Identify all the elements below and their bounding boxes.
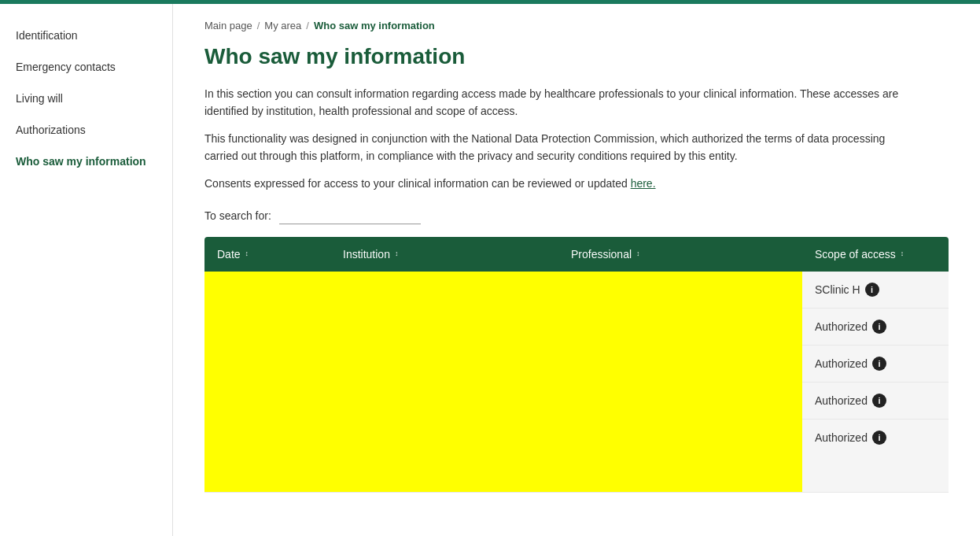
scope-info-icon-2[interactable]: i xyxy=(872,357,886,371)
date-block xyxy=(204,272,330,492)
institution-block xyxy=(330,272,558,492)
main-content: Main page / My area / Who saw my informa… xyxy=(173,4,980,536)
sidebar-item-emergency-contacts[interactable]: Emergency contacts xyxy=(0,51,172,83)
breadcrumb-sep-2: / xyxy=(306,20,309,31)
search-row: To search for: xyxy=(204,208,949,224)
professional-cell xyxy=(558,272,802,492)
scope-row-4: Authorized i xyxy=(802,420,949,456)
page-title: Who saw my information xyxy=(204,44,949,69)
description-3: Consents expressed for access to your cl… xyxy=(204,175,912,192)
breadcrumb: Main page / My area / Who saw my informa… xyxy=(204,20,949,31)
description-1: In this section you can consult informat… xyxy=(204,85,912,120)
scope-info-icon-4[interactable]: i xyxy=(872,431,886,445)
scope-row-3: Authorized i xyxy=(802,383,949,420)
scope-cell: SClinic H i Authorized i Authorized i Au… xyxy=(802,272,949,492)
scope-label-2: Authorized xyxy=(815,357,868,370)
sidebar-item-who-saw[interactable]: Who saw my information xyxy=(0,146,172,177)
scope-info-icon-1[interactable]: i xyxy=(872,320,886,334)
sort-date-icon: ↕ xyxy=(245,250,249,257)
layout: Identification Emergency contacts Living… xyxy=(0,4,980,536)
date-cell xyxy=(204,272,330,492)
search-input[interactable] xyxy=(279,208,421,224)
sort-institution-icon: ↕ xyxy=(395,250,399,257)
header-date[interactable]: Date ↕ xyxy=(204,237,330,272)
sidebar-item-identification[interactable]: Identification xyxy=(0,20,172,51)
sort-professional-icon: ↕ xyxy=(636,250,640,257)
scope-label-3: Authorized xyxy=(815,394,868,407)
sort-scope-icon: ↕ xyxy=(901,250,904,257)
scope-label-4: Authorized xyxy=(815,431,868,444)
data-table: Date ↕ Institution ↕ Professional ↕ Scop… xyxy=(204,237,949,493)
scope-label-0: SClinic H xyxy=(815,283,860,296)
table-header: Date ↕ Institution ↕ Professional ↕ Scop… xyxy=(204,237,949,272)
header-professional[interactable]: Professional ↕ xyxy=(558,237,802,272)
institution-cell xyxy=(330,272,558,492)
scope-label-1: Authorized xyxy=(815,320,868,333)
description-2: This functionality was designed in conju… xyxy=(204,130,912,165)
sidebar-item-authorizations[interactable]: Authorizations xyxy=(0,114,172,146)
sidebar-item-living-will[interactable]: Living will xyxy=(0,83,172,114)
scope-info-icon-3[interactable]: i xyxy=(872,394,886,408)
search-label: To search for: xyxy=(204,209,271,222)
header-scope[interactable]: Scope of access ↕ xyxy=(802,237,949,272)
here-link[interactable]: here. xyxy=(631,177,656,190)
breadcrumb-current: Who saw my information xyxy=(314,20,435,31)
professional-block xyxy=(558,272,802,492)
header-institution[interactable]: Institution ↕ xyxy=(330,237,558,272)
breadcrumb-sep-1: / xyxy=(257,20,260,31)
scope-row-1: Authorized i xyxy=(802,309,949,346)
scope-row-0: SClinic H i xyxy=(802,272,949,309)
table-row: SClinic H i Authorized i Authorized i Au… xyxy=(204,272,949,493)
scope-row-2: Authorized i xyxy=(802,346,949,383)
breadcrumb-main-page[interactable]: Main page xyxy=(204,20,252,31)
scope-info-icon-0[interactable]: i xyxy=(865,283,879,297)
sidebar: Identification Emergency contacts Living… xyxy=(0,4,173,536)
breadcrumb-my-area[interactable]: My area xyxy=(264,20,301,31)
